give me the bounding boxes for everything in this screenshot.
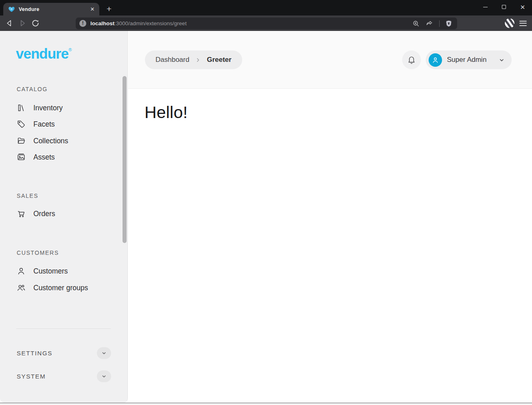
page-title: Hello! — [144, 103, 188, 122]
url-text[interactable]: localhost:3000/admin/extensions/greet — [90, 20, 412, 26]
vendure-logo[interactable]: vendure® — [16, 46, 72, 62]
new-tab-button[interactable]: + — [104, 4, 114, 14]
sidebar-item-facets[interactable]: Facets — [17, 118, 55, 130]
bell-icon — [407, 55, 416, 64]
back-button[interactable] — [5, 19, 14, 28]
site-info-icon[interactable]: ! — [79, 20, 86, 27]
close-icon: ✕ — [520, 4, 525, 10]
browser-menu-icon[interactable] — [519, 19, 527, 27]
sidebar-item-collections[interactable]: Collections — [17, 135, 68, 147]
urlbar-actions — [412, 20, 452, 27]
user-icon — [17, 267, 26, 276]
vendure-favicon — [8, 6, 15, 13]
share-icon[interactable] — [425, 20, 433, 27]
chevron-right-icon — [195, 57, 201, 63]
main-area: Dashboard Greeter Super Admin Hel — [128, 31, 532, 403]
browser-tab[interactable]: Vendure ✕ — [3, 3, 99, 15]
close-window-button[interactable]: ✕ — [513, 0, 532, 14]
system-expand-button[interactable] — [97, 370, 111, 382]
tab-title: Vendure — [19, 7, 89, 12]
sidebar-section-system[interactable]: SYSTEM — [17, 370, 111, 382]
sidebar-scrollbar[interactable] — [123, 76, 127, 243]
address-bar[interactable]: ! localhost:3000/admin/extensions/greet — [76, 18, 457, 29]
user-avatar — [429, 53, 442, 67]
folder-icon — [17, 136, 26, 145]
toolbar-divider — [439, 20, 440, 27]
brave-shield-icon[interactable] — [445, 20, 452, 27]
section-label-customers: CUSTOMERS — [17, 250, 59, 256]
url-host: localhost — [90, 20, 114, 26]
section-label-catalog: CATALOG — [17, 86, 48, 92]
chevron-down-icon — [498, 57, 505, 63]
content-area: Hello! — [128, 89, 532, 403]
browser-titlebar: Vendure ✕ + ✕ — [0, 0, 532, 15]
url-path: :3000/admin/extensions/greet — [114, 20, 186, 26]
user-menu-button[interactable]: Super Admin — [426, 50, 512, 69]
sidebar-item-inventory[interactable]: Inventory — [17, 102, 63, 114]
tab-close-icon[interactable]: ✕ — [89, 6, 96, 13]
breadcrumb-current: Greeter — [207, 56, 231, 64]
library-icon — [17, 103, 26, 112]
image-icon — [17, 153, 26, 162]
window-bottom-edge — [0, 403, 532, 405]
user-icon — [431, 56, 439, 64]
sidebar-item-customer-groups[interactable]: Customer groups — [17, 282, 88, 293]
minimize-button[interactable] — [476, 0, 495, 14]
minimize-icon — [483, 7, 488, 7]
tag-icon — [17, 120, 26, 129]
sidebar-item-assets[interactable]: Assets — [17, 151, 55, 163]
breadcrumb: Dashboard Greeter — [145, 50, 242, 69]
sidebar-item-orders[interactable]: Orders — [17, 208, 55, 219]
chevron-down-icon — [101, 373, 107, 379]
settings-expand-button[interactable] — [97, 347, 111, 359]
sidebar-section-settings[interactable]: SETTINGS — [17, 347, 111, 359]
maximize-icon — [502, 5, 506, 9]
sidebar-divider — [16, 328, 111, 329]
forward-button[interactable] — [18, 19, 27, 28]
profile-avatar[interactable] — [504, 18, 515, 28]
browser-toolbar: ! localhost:3000/admin/extensions/greet — [0, 15, 532, 31]
registered-mark: ® — [68, 47, 72, 52]
user-name: Super Admin — [447, 56, 493, 64]
vendure-admin-page: vendure® CATALOG Inventory Facets Collec… — [0, 31, 532, 403]
window-controls: ✕ — [476, 0, 532, 15]
sidebar: vendure® CATALOG Inventory Facets Collec… — [0, 31, 128, 403]
maximize-button[interactable] — [495, 0, 513, 14]
sidebar-item-customers[interactable]: Customers — [17, 265, 68, 277]
chevron-down-icon — [101, 350, 107, 356]
reload-button[interactable] — [31, 19, 40, 28]
notifications-button[interactable] — [402, 50, 421, 69]
users-icon — [17, 283, 26, 292]
section-label-sales: SALES — [17, 193, 38, 199]
page-header: Dashboard Greeter Super Admin — [128, 31, 532, 89]
zoom-icon[interactable] — [412, 20, 420, 27]
cart-icon — [17, 209, 26, 218]
breadcrumb-dashboard-link[interactable]: Dashboard — [155, 56, 189, 64]
